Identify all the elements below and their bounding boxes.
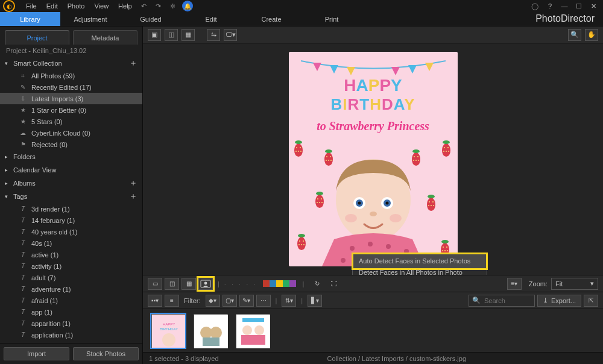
grid-view-button[interactable]: ▦ <box>182 29 195 41</box>
export-button[interactable]: ⤓ Export... <box>537 295 581 307</box>
sidebar-tab-metadata[interactable]: Metadata <box>73 30 137 45</box>
redo-icon[interactable]: ↷ <box>153 1 164 11</box>
layout-single-button[interactable]: ▭ <box>148 278 162 290</box>
smart-item[interactable]: ★5 Stars (0) <box>0 116 142 127</box>
collection-icon: ⚑ <box>18 141 28 148</box>
filter-brush-button[interactable]: ✎▾ <box>239 295 254 307</box>
menu-help[interactable]: Help <box>118 2 132 10</box>
list-button[interactable]: ≡ <box>165 295 179 307</box>
sort-order-button[interactable]: ⇅▾ <box>282 295 296 307</box>
single-view-button[interactable]: ▣ <box>148 29 161 41</box>
mode-edit[interactable]: Edit <box>181 12 241 26</box>
tag-item[interactable]: Tactive (1) <box>0 249 142 260</box>
tag-item[interactable]: T14 february (1) <box>0 215 142 226</box>
close-button[interactable]: ✕ <box>587 1 600 11</box>
collection-icon: ⌗ <box>18 72 28 80</box>
svg-point-19 <box>299 240 300 242</box>
menu-photo[interactable]: Photo <box>68 2 85 10</box>
ctx-detect-all[interactable]: Detect Faces in All Photos in Photo Brow… <box>353 269 487 275</box>
add-smart-icon[interactable]: ＋ <box>129 58 137 69</box>
display-button[interactable]: 🖵▾ <box>224 29 237 41</box>
smart-item[interactable]: ★1 Star or Better (0) <box>0 104 142 116</box>
color-label[interactable] <box>270 280 276 287</box>
tag-item[interactable]: Tapparition (1) <box>0 318 142 329</box>
tag-item[interactable]: Tapplication (1) <box>0 329 142 340</box>
notification-icon[interactable]: 🔔 <box>182 1 193 11</box>
mode-adjustment[interactable]: Adjustment <box>60 12 121 26</box>
compare-view-button[interactable]: ◫ <box>165 29 178 41</box>
color-label[interactable] <box>289 280 296 287</box>
zoom-tool-button[interactable]: 🔍 <box>568 29 581 41</box>
share-button[interactable]: ⇱ <box>584 295 598 307</box>
tag-item[interactable]: Tadventure (1) <box>0 283 142 295</box>
tag-item[interactable]: Tactivity (1) <box>0 260 142 272</box>
rotate-button[interactable]: ↻ <box>310 278 324 290</box>
mirror-button[interactable]: ⇋ <box>207 29 220 41</box>
section-calendar[interactable]: Calendar View <box>0 163 142 177</box>
zoom-select[interactable]: Fit ▾ <box>551 278 598 290</box>
sort-button[interactable]: ≡▾ <box>507 278 522 290</box>
import-button[interactable]: Import <box>4 347 69 360</box>
layout-grid-button[interactable]: ▦ <box>182 278 196 290</box>
color-label[interactable] <box>283 280 289 287</box>
sidebar: Project Metadata Project - Keilin_Chiu_1… <box>0 27 143 364</box>
maximize-button[interactable]: ☐ <box>572 1 586 11</box>
pan-tool-button[interactable]: ✋ <box>585 29 598 41</box>
tag-item[interactable]: T3d render (1) <box>0 203 142 215</box>
section-tags[interactable]: Tags ＋ <box>0 190 142 203</box>
stack-button[interactable]: ▋▾ <box>308 295 322 307</box>
tree-item-label: All Photos (59) <box>31 72 75 80</box>
tag-item[interactable]: Tapp (1) <box>0 306 142 318</box>
smart-item[interactable]: ☁CyberLink Cloud (0) <box>0 127 142 139</box>
thumbnail[interactable]: HAPPYBIRTHDAY <box>151 314 185 348</box>
mode-guided[interactable]: Guided <box>121 12 181 26</box>
smart-item[interactable]: ✎Recently Edited (17) <box>0 81 142 93</box>
mode-create[interactable]: Create <box>241 12 302 26</box>
tag-icon: T <box>18 228 28 235</box>
smart-item[interactable]: ⇩Latest Imports (3) <box>0 93 142 104</box>
search-box[interactable]: 🔍 ✕ <box>469 295 535 307</box>
settings-icon[interactable]: ✲ <box>168 1 178 11</box>
tag-item[interactable]: T40 years old (1) <box>0 226 142 237</box>
face-tag-button[interactable] <box>198 278 213 290</box>
account-icon[interactable]: ◯ <box>529 1 540 11</box>
thumbnail[interactable] <box>194 314 227 348</box>
svg-point-21 <box>301 244 302 245</box>
mode-print[interactable]: Print <box>302 12 362 26</box>
section-folders[interactable]: Folders <box>0 150 142 163</box>
crop-button[interactable]: ⛶ <box>327 278 341 290</box>
menu-view[interactable]: View <box>94 2 109 10</box>
thumb-size-button[interactable]: ▪▪▾ <box>148 295 162 307</box>
color-label[interactable] <box>263 280 270 287</box>
smart-item[interactable]: ⌗All Photos (59) <box>0 70 142 81</box>
tag-item[interactable]: T40s (1) <box>0 237 142 249</box>
menu-file[interactable]: File <box>26 2 37 10</box>
add-album-icon[interactable]: ＋ <box>129 178 137 189</box>
undo-icon[interactable]: ↶ <box>139 1 150 11</box>
svg-point-26 <box>447 147 449 148</box>
photo-viewer[interactable]: HAPPY BIRTHDAY to Strawberry Princess <box>143 43 603 275</box>
smart-item[interactable]: ⚑Rejected (0) <box>0 139 142 150</box>
minimize-button[interactable]: — <box>558 1 571 11</box>
color-labels[interactable] <box>263 280 296 287</box>
svg-point-27 <box>446 151 447 152</box>
tag-item[interactable]: Tafraid (1) <box>0 295 142 306</box>
color-label[interactable] <box>276 280 283 287</box>
filter-more-button[interactable]: ⋯ <box>256 295 271 307</box>
star-rating[interactable]: · · · · · <box>224 280 257 287</box>
ctx-auto-detect-selected[interactable]: Auto Detect Faces in Selected Photos <box>353 254 487 269</box>
section-smart-collection[interactable]: Smart Collection ＋ <box>0 57 142 70</box>
sidebar-tab-project[interactable]: Project <box>5 30 69 45</box>
help-button[interactable]: ? <box>543 1 557 11</box>
tag-item[interactable]: Tadult (7) <box>0 272 142 283</box>
stock-photos-button[interactable]: Stock Photos <box>73 347 139 360</box>
menu-edit[interactable]: Edit <box>46 2 58 10</box>
tag-icon: T <box>18 263 28 269</box>
filter-flag-button[interactable]: ▢▾ <box>223 295 237 307</box>
section-albums[interactable]: Albums ＋ <box>0 177 142 190</box>
mode-library[interactable]: Library <box>0 12 60 26</box>
layout-split-button[interactable]: ◫ <box>165 278 179 290</box>
thumbnail[interactable] <box>236 314 270 348</box>
filter-color-button[interactable]: ◆▾ <box>206 295 220 307</box>
add-tag-icon[interactable]: ＋ <box>129 191 137 202</box>
